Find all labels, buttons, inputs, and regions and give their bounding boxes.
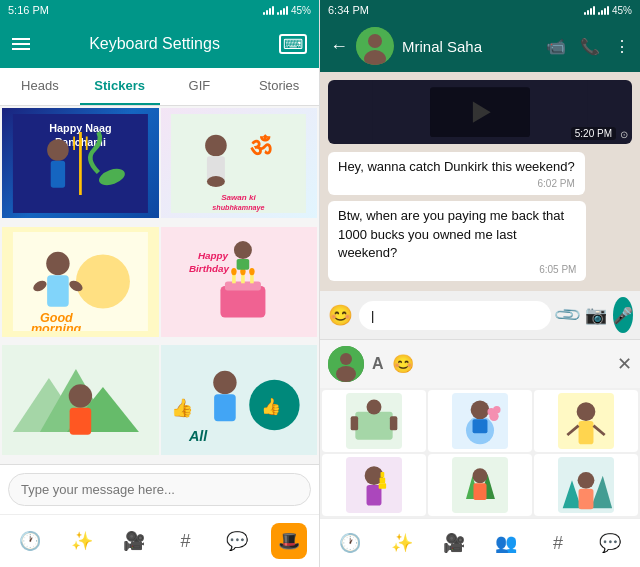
- video-call-icon[interactable]: 📹: [546, 37, 566, 56]
- video-clock-icon: ⊙: [620, 129, 628, 140]
- contact-name: Mrinal Saha: [402, 38, 538, 55]
- face-icon[interactable]: 😊: [392, 353, 414, 375]
- camera-icon-right[interactable]: 🎥: [436, 525, 472, 561]
- clock-icon-right[interactable]: 🕐: [332, 525, 368, 561]
- svg-point-19: [46, 252, 69, 275]
- svg-rect-26: [221, 286, 266, 318]
- svg-text:All: All: [188, 428, 208, 444]
- sparkle-icon-right[interactable]: ✨: [384, 525, 420, 561]
- svg-rect-81: [380, 478, 386, 484]
- left-panel: 5:16 PM 45% Keyboard Settings Heads Stic…: [0, 0, 320, 567]
- svg-point-59: [336, 366, 356, 382]
- menu-button[interactable]: [12, 38, 30, 50]
- message-text-1: Hey, wanna catch Dunkirk this weekend?: [338, 158, 575, 176]
- top-bar-left: Keyboard Settings: [0, 20, 319, 68]
- attach-button[interactable]: 📎: [552, 299, 583, 330]
- sparkle-icon-left[interactable]: ✨: [64, 523, 100, 559]
- message-input-left[interactable]: [8, 473, 311, 506]
- tab-stickers[interactable]: Stickers: [80, 68, 160, 105]
- voice-call-icon[interactable]: 📞: [580, 37, 600, 56]
- message-bubble-1: Hey, wanna catch Dunkirk this weekend? 6…: [328, 152, 585, 195]
- message-input-container-left: [0, 464, 319, 514]
- svg-rect-74: [579, 421, 594, 444]
- chat-icon-right[interactable]: 💬: [592, 525, 628, 561]
- sticker-good-morning[interactable]: Good morning: [2, 227, 159, 337]
- svg-point-4: [47, 139, 69, 161]
- sticker-right-6[interactable]: [534, 454, 638, 516]
- sticker-right-2[interactable]: [428, 390, 532, 452]
- more-options-icon[interactable]: ⋮: [614, 37, 630, 56]
- mic-button[interactable]: 🎤: [613, 297, 633, 333]
- chat-input-area: 😊 📎 📷 🎤: [320, 291, 640, 339]
- svg-rect-87: [473, 483, 486, 500]
- keyboard-settings-title: Keyboard Settings: [42, 35, 267, 53]
- hashtag-icon-left[interactable]: #: [167, 523, 203, 559]
- svg-point-86: [473, 468, 488, 483]
- sticker-thumb[interactable]: [328, 346, 364, 382]
- svg-point-31: [232, 268, 237, 275]
- sticker-naag-panchami[interactable]: Happy Naag Panchami: [2, 108, 159, 218]
- status-icons-right: 45%: [584, 5, 632, 16]
- wifi-icon-right: [584, 5, 595, 15]
- svg-text:ॐ: ॐ: [251, 131, 273, 159]
- header-icons-right: 📹 📞 ⋮: [546, 37, 630, 56]
- sticker-right-4[interactable]: [322, 454, 426, 516]
- svg-rect-62: [351, 416, 358, 430]
- sticker-grid-left: Happy Naag Panchami: [0, 106, 319, 464]
- chat-header: ← Mrinal Saha 📹 📞 ⋮: [320, 20, 640, 72]
- sticker-right-1[interactable]: [322, 390, 426, 452]
- back-button[interactable]: ←: [330, 36, 348, 57]
- sticker-right-3[interactable]: [534, 390, 638, 452]
- clock-icon-left[interactable]: 🕐: [12, 523, 48, 559]
- svg-text:Birthday: Birthday: [189, 263, 230, 274]
- battery-right: 45%: [612, 5, 632, 16]
- svg-rect-80: [379, 483, 386, 489]
- sticker-icon-left[interactable]: 🎩: [271, 523, 307, 559]
- status-time-right: 6:34 PM: [328, 4, 369, 16]
- svg-rect-61: [355, 412, 392, 440]
- sticker-generic-1[interactable]: [2, 345, 159, 455]
- svg-point-71: [487, 408, 494, 415]
- svg-point-91: [578, 472, 595, 489]
- emoji-button[interactable]: 😊: [328, 303, 353, 327]
- tab-gif[interactable]: GIF: [160, 68, 240, 105]
- sticker-sawan[interactable]: ॐ Sawan ki shubhkamnaye: [161, 108, 318, 218]
- bottom-icons-right: 🕐 ✨ 🎥 👥 # 💬: [320, 518, 640, 567]
- close-sticker-panel-button[interactable]: ✕: [617, 353, 632, 375]
- hashtag-icon-right[interactable]: #: [540, 525, 576, 561]
- svg-rect-35: [237, 259, 250, 270]
- sticker-right-5[interactable]: [428, 454, 532, 516]
- svg-point-46: [214, 371, 237, 394]
- svg-rect-68: [473, 419, 488, 433]
- sticker-generic-2[interactable]: 👍 👍 All: [161, 345, 318, 455]
- svg-rect-20: [47, 275, 69, 307]
- svg-point-34: [234, 241, 252, 259]
- svg-point-67: [471, 400, 490, 419]
- svg-text:👍: 👍: [261, 396, 282, 417]
- sticker-happy-birthday[interactable]: Happy Birthday: [161, 227, 318, 337]
- contact-avatar[interactable]: [356, 27, 394, 65]
- svg-rect-82: [381, 472, 385, 478]
- svg-point-64: [367, 400, 382, 415]
- svg-point-58: [340, 353, 352, 365]
- svg-rect-92: [579, 489, 594, 510]
- svg-point-14: [207, 176, 225, 187]
- tab-stories[interactable]: Stories: [239, 68, 319, 105]
- font-icon[interactable]: A: [372, 355, 384, 373]
- tabs-left: Heads Stickers GIF Stories: [0, 68, 319, 106]
- message-bubble-2: Btw, when are you paying me back that 10…: [328, 201, 586, 281]
- svg-rect-5: [51, 160, 65, 187]
- svg-text:shubhkamnaye: shubhkamnaye: [213, 203, 265, 212]
- video-timestamp: 5:20 PM: [571, 127, 616, 140]
- wifi-icon: [263, 5, 274, 15]
- sticker-grid-right: [320, 388, 640, 518]
- chat-input[interactable]: [359, 301, 551, 330]
- keyboard-icon: [279, 34, 307, 54]
- camera-icon-left[interactable]: 🎥: [116, 523, 152, 559]
- people-icon-right[interactable]: 👥: [488, 525, 524, 561]
- tab-heads[interactable]: Heads: [0, 68, 80, 105]
- svg-point-42: [69, 384, 92, 407]
- message-time-2: 6:05 PM: [338, 264, 576, 275]
- chat-icon-left[interactable]: 💬: [219, 523, 255, 559]
- camera-button[interactable]: 📷: [585, 304, 607, 326]
